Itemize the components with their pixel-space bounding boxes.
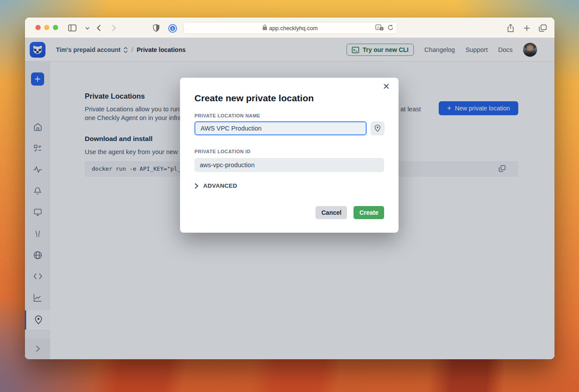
tab-overview-icon[interactable] bbox=[538, 23, 548, 33]
name-field-label: PRIVATE LOCATION NAME bbox=[194, 113, 260, 118]
toolbar-chevron-down-icon[interactable] bbox=[83, 23, 92, 33]
translate-icon[interactable]: Ax bbox=[375, 24, 384, 32]
new-tab-icon[interactable] bbox=[522, 23, 531, 33]
modal-title: Create new private location bbox=[194, 93, 314, 103]
create-button[interactable]: Create bbox=[354, 206, 384, 219]
traffic-lights bbox=[35, 25, 58, 30]
share-icon[interactable] bbox=[506, 23, 515, 33]
private-location-id-input[interactable] bbox=[194, 158, 384, 172]
pin-picker-button[interactable] bbox=[371, 121, 385, 135]
id-field-label: PRIVATE LOCATION ID bbox=[194, 149, 250, 154]
private-location-name-input[interactable] bbox=[194, 121, 367, 135]
onepassword-icon[interactable]: 1 bbox=[168, 24, 177, 33]
chevron-right-icon bbox=[194, 183, 198, 189]
url-text: app.checklyhq.com bbox=[269, 25, 318, 31]
privacy-shield-icon[interactable] bbox=[151, 23, 161, 33]
sidebar-toggle-icon[interactable] bbox=[67, 23, 77, 33]
close-icon[interactable]: ✕ bbox=[380, 80, 392, 93]
cancel-button[interactable]: Cancel bbox=[316, 206, 347, 219]
browser-window: 1 app.checklyhq.com Ax bbox=[25, 17, 555, 359]
forward-button[interactable] bbox=[109, 23, 119, 33]
browser-toolbar: 1 app.checklyhq.com Ax bbox=[25, 17, 555, 38]
address-bar[interactable]: app.checklyhq.com Ax bbox=[183, 22, 397, 34]
advanced-toggle[interactable]: ADVANCED bbox=[194, 182, 237, 189]
desktop-wallpaper: 1 app.checklyhq.com Ax bbox=[0, 0, 579, 392]
minimize-window-button[interactable] bbox=[44, 25, 49, 30]
map-pin-icon bbox=[374, 124, 381, 132]
page-viewport: Tim's prepaid account / Private location… bbox=[25, 38, 555, 359]
reload-icon[interactable] bbox=[388, 24, 393, 32]
close-window-button[interactable] bbox=[35, 25, 41, 30]
lock-icon bbox=[263, 24, 267, 31]
svg-text:A: A bbox=[377, 25, 380, 29]
zoom-window-button[interactable] bbox=[53, 25, 58, 30]
back-button[interactable] bbox=[94, 23, 104, 33]
create-private-location-modal: ✕ Create new private location PRIVATE LO… bbox=[180, 78, 399, 233]
